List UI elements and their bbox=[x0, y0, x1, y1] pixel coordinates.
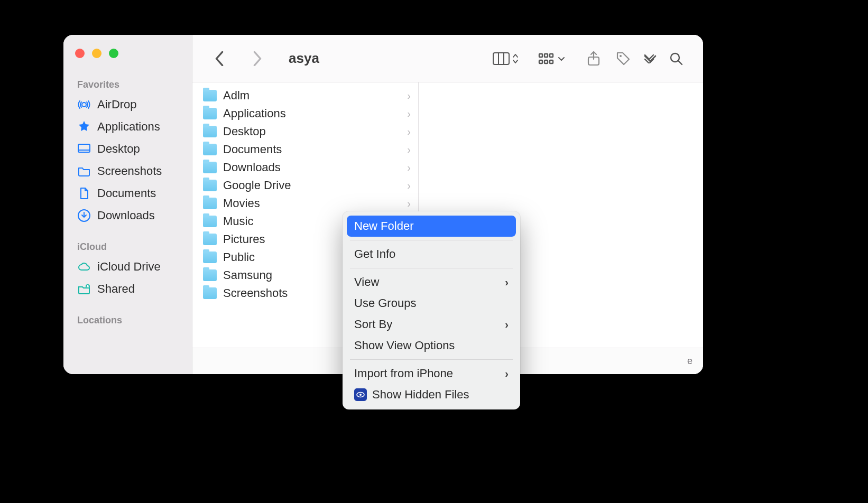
folder-icon bbox=[203, 287, 217, 299]
svg-rect-11 bbox=[550, 54, 553, 57]
chevron-right-icon: › bbox=[407, 90, 411, 102]
folder-name: Movies bbox=[223, 197, 260, 210]
folder-row[interactable]: Adlm› bbox=[192, 87, 418, 105]
shared-icon bbox=[77, 282, 91, 296]
sidebar-item-applications[interactable]: Applications bbox=[63, 116, 192, 138]
sidebar-item-desktop[interactable]: Desktop bbox=[63, 138, 192, 160]
menu-separator bbox=[350, 359, 513, 360]
folder-name: Screenshots bbox=[223, 286, 288, 300]
sidebar-item-label: Screenshots bbox=[97, 164, 162, 178]
svg-point-16 bbox=[620, 55, 622, 57]
chevron-down-icon bbox=[557, 54, 566, 63]
folder-icon bbox=[203, 162, 217, 173]
folder-icon bbox=[203, 234, 217, 245]
menu-separator bbox=[350, 268, 513, 268]
folder-row[interactable]: Documents› bbox=[192, 141, 418, 159]
sidebar-item-downloads[interactable]: Downloads bbox=[63, 204, 192, 227]
overflow-button[interactable] bbox=[641, 48, 659, 69]
chevron-right-icon: › bbox=[407, 198, 411, 210]
sidebar-item-airdrop[interactable]: AirDrop bbox=[63, 94, 192, 116]
desktop-icon bbox=[77, 142, 91, 156]
cloud-icon bbox=[77, 260, 91, 274]
eye-icon bbox=[354, 388, 367, 401]
menu-item-label: Show Hidden Files bbox=[372, 388, 469, 402]
menu-item-label: View bbox=[354, 275, 379, 289]
menu-item-get-info[interactable]: Get Info bbox=[347, 244, 516, 265]
sidebar-item-label: Applications bbox=[97, 120, 160, 134]
menu-item-new-folder[interactable]: New Folder bbox=[347, 216, 516, 237]
folder-icon bbox=[203, 126, 217, 137]
sidebar-item-screenshots[interactable]: Screenshots bbox=[63, 160, 192, 182]
folder-row[interactable]: Google Drive› bbox=[192, 176, 418, 194]
airdrop-icon bbox=[77, 98, 91, 111]
menu-item-use-groups[interactable]: Use Groups bbox=[347, 293, 516, 314]
menu-item-label: Use Groups bbox=[354, 296, 416, 310]
folder-icon bbox=[203, 252, 217, 263]
downloads-icon bbox=[77, 209, 91, 222]
back-button[interactable] bbox=[207, 48, 232, 69]
folder-icon bbox=[203, 180, 217, 191]
menu-item-sort-by[interactable]: Sort By› bbox=[347, 314, 516, 335]
group-by-button[interactable] bbox=[538, 52, 566, 65]
svg-rect-6 bbox=[493, 53, 509, 64]
chevron-right-icon: › bbox=[407, 126, 411, 138]
svg-line-18 bbox=[678, 61, 682, 64]
folder-icon bbox=[77, 164, 91, 178]
svg-point-20 bbox=[359, 394, 362, 396]
chevron-right-icon: › bbox=[407, 144, 411, 156]
chevron-right-icon: › bbox=[505, 319, 509, 331]
share-button[interactable] bbox=[581, 48, 606, 69]
folder-name: Desktop bbox=[223, 125, 266, 138]
apps-icon bbox=[77, 120, 91, 134]
window-controls bbox=[63, 49, 192, 58]
doc-icon bbox=[77, 187, 91, 200]
forward-button[interactable] bbox=[245, 48, 270, 69]
sidebar-item-documents[interactable]: Documents bbox=[63, 182, 192, 204]
svg-rect-13 bbox=[544, 60, 548, 63]
view-mode-control[interactable] bbox=[493, 52, 519, 66]
menu-item-label: Get Info bbox=[354, 247, 395, 261]
folder-row[interactable]: Desktop› bbox=[192, 123, 418, 141]
svg-point-0 bbox=[82, 103, 86, 107]
sidebar-section-label: Favorites bbox=[63, 74, 192, 94]
folder-row[interactable]: Applications› bbox=[192, 105, 418, 123]
sidebar-item-label: Desktop bbox=[97, 142, 140, 156]
folder-row[interactable]: Downloads› bbox=[192, 159, 418, 176]
status-text-fragment: e bbox=[687, 356, 692, 367]
folder-icon bbox=[203, 216, 217, 227]
sidebar-item-shared[interactable]: Shared bbox=[63, 278, 192, 300]
menu-item-label: Import from iPhone bbox=[354, 367, 453, 380]
svg-rect-10 bbox=[544, 54, 548, 57]
folder-icon bbox=[203, 144, 217, 155]
menu-item-show-hidden-files[interactable]: Show Hidden Files bbox=[347, 384, 516, 405]
sidebar-section-label: Locations bbox=[63, 310, 192, 329]
menu-separator bbox=[350, 240, 513, 240]
sidebar-item-label: AirDrop bbox=[97, 98, 137, 111]
folder-name: Documents bbox=[223, 143, 282, 156]
menu-item-show-view-options[interactable]: Show View Options bbox=[347, 335, 516, 356]
folder-icon bbox=[203, 90, 217, 101]
folder-name: Applications bbox=[223, 107, 286, 120]
search-button[interactable] bbox=[664, 48, 688, 69]
folder-name: Adlm bbox=[223, 89, 250, 103]
sidebar-section-label: iCloud bbox=[63, 236, 192, 256]
chevron-right-icon: › bbox=[407, 180, 411, 192]
folder-name: Public bbox=[223, 250, 255, 264]
folder-row[interactable]: Movies› bbox=[192, 194, 418, 212]
close-window-button[interactable] bbox=[75, 49, 85, 58]
sidebar-item-icloud-drive[interactable]: iCloud Drive bbox=[63, 256, 192, 278]
minimize-window-button[interactable] bbox=[92, 49, 101, 58]
menu-item-label: Sort By bbox=[354, 318, 392, 331]
menu-item-label: Show View Options bbox=[354, 339, 455, 352]
folder-name: Google Drive bbox=[223, 179, 291, 192]
folder-icon bbox=[203, 198, 217, 209]
svg-rect-1 bbox=[78, 144, 90, 152]
menu-item-view[interactable]: View› bbox=[347, 272, 516, 293]
tags-button[interactable] bbox=[611, 48, 635, 69]
svg-point-5 bbox=[87, 285, 89, 286]
menu-item-import-from-iphone[interactable]: Import from iPhone› bbox=[347, 363, 516, 384]
sidebar-item-label: Shared bbox=[97, 282, 135, 296]
zoom-window-button[interactable] bbox=[109, 49, 118, 58]
chevron-right-icon: › bbox=[407, 162, 411, 174]
chevron-right-icon: › bbox=[407, 108, 411, 120]
